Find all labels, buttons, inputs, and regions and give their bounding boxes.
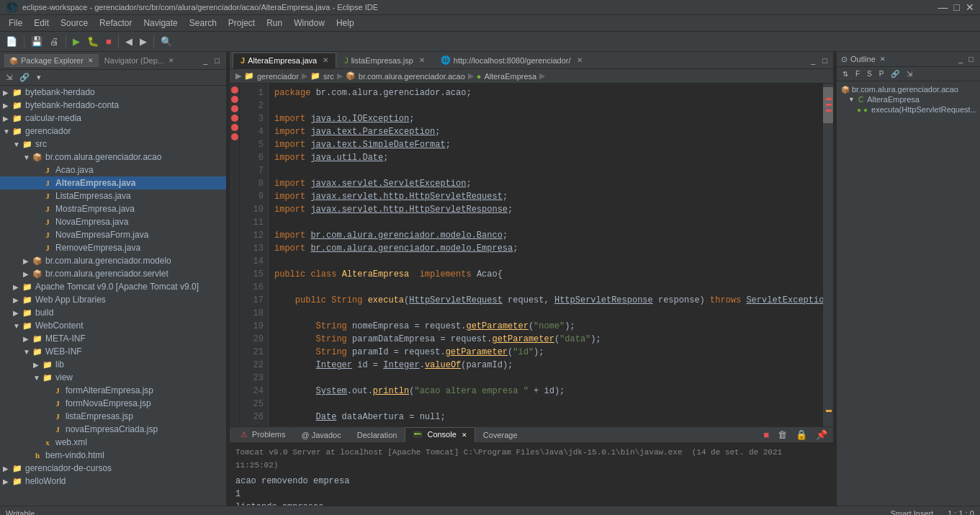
tree-item-8[interactable]: JListaEmpresas.java bbox=[0, 189, 226, 202]
tree-item-29[interactable]: ▶📁gerenciador-de-cursos bbox=[0, 462, 226, 475]
breadcrumb-package[interactable]: br.com.alura.gerenciador.acao bbox=[359, 72, 465, 81]
tree-item-4[interactable]: ▼📁src bbox=[0, 138, 226, 151]
tree-item-22[interactable]: ▼📁view bbox=[0, 371, 226, 384]
tree-item-1[interactable]: ▶📁bytebank-herdado-conta bbox=[0, 99, 226, 112]
tree-item-23[interactable]: JformAlteraEmpresa.jsp bbox=[0, 384, 226, 397]
tree-item-6[interactable]: JAcao.java bbox=[0, 164, 226, 176]
outline-item-method[interactable]: ● ● executa(HttpServletRequest... bbox=[840, 104, 977, 115]
menu-source[interactable]: Source bbox=[55, 17, 94, 30]
tab-navigator[interactable]: Navigator (Dep... ✕ bbox=[100, 55, 179, 66]
outline-sync-button[interactable]: 🔗 bbox=[888, 68, 902, 79]
code-editor[interactable]: package br.com.alura.gerenciador.acao; i… bbox=[269, 84, 823, 426]
tree-item-11[interactable]: JNovaEmpresaForm.java bbox=[0, 228, 226, 241]
tree-item-5[interactable]: ▼📦br.com.alura.gerenciador.acao bbox=[0, 151, 226, 164]
outline-collapse-button[interactable]: ⇲ bbox=[904, 68, 915, 79]
breadcrumb-class[interactable]: AlteraEmpresa bbox=[484, 72, 536, 81]
tree-item-21[interactable]: ▶📁lib bbox=[0, 358, 226, 371]
tree-item-0[interactable]: ▶📁bytebank-herdado bbox=[0, 86, 226, 99]
menu-refactor[interactable]: Refactor bbox=[94, 17, 138, 30]
editor-minimize-button[interactable]: _ bbox=[808, 55, 818, 66]
tree-item-9[interactable]: JMostraEmpresa.java bbox=[0, 202, 226, 215]
run-button[interactable]: ▶ bbox=[70, 35, 83, 48]
tree-item-3[interactable]: ▼📁gerenciador bbox=[0, 125, 226, 138]
editor-tab-altera-empresa[interactable]: J AlteraEmpresa.java ✕ bbox=[233, 53, 336, 68]
outline-item-package[interactable]: 📦 br.com.alura.gerenciador.acao bbox=[840, 84, 977, 94]
breadcrumb-gerenciador[interactable]: gerenciador bbox=[257, 72, 299, 81]
tab-close-3[interactable]: ✕ bbox=[577, 56, 583, 64]
console-clear-button[interactable]: 🗑 bbox=[775, 428, 790, 442]
maximize-outline-button[interactable]: □ bbox=[966, 54, 976, 64]
menu-edit[interactable]: Edit bbox=[28, 17, 55, 30]
link-with-editor-button[interactable]: 🔗 bbox=[17, 71, 32, 84]
console-close[interactable]: ✕ bbox=[462, 431, 467, 439]
tree-item-17[interactable]: ▶📁build bbox=[0, 306, 226, 319]
menu-search[interactable]: Search bbox=[184, 17, 222, 30]
editor-scrollbar-track[interactable] bbox=[823, 84, 833, 426]
minimize-outline-button[interactable]: _ bbox=[956, 54, 965, 64]
outline-hide-fields-button[interactable]: F bbox=[853, 68, 863, 79]
tab-close-1[interactable]: ✕ bbox=[323, 56, 328, 64]
print-button[interactable]: 🖨 bbox=[47, 35, 62, 48]
tree-item-28[interactable]: hbem-vindo.html bbox=[0, 449, 226, 462]
package-tree[interactable]: ▶📁bytebank-herdado▶📁bytebank-herdado-con… bbox=[0, 86, 226, 506]
tree-item-12[interactable]: JRemoveEmpresa.java bbox=[0, 241, 226, 254]
maximize-left-panel-button[interactable]: □ bbox=[212, 55, 222, 66]
tree-item-13[interactable]: ▶📦br.com.alura.gerenciador.modelo bbox=[0, 254, 226, 267]
tree-item-25[interactable]: JlistaEmpresas.jsp bbox=[0, 410, 226, 423]
tree-item-27[interactable]: xweb.xml bbox=[0, 436, 226, 449]
tree-item-14[interactable]: ▶📦br.com.alura.gerenciador.servlet bbox=[0, 267, 226, 280]
back-button[interactable]: ◀ bbox=[122, 35, 135, 48]
outline-sort-button[interactable]: ⇅ bbox=[840, 68, 851, 79]
minimize-left-panel-button[interactable]: _ bbox=[201, 55, 210, 66]
outline-item-class[interactable]: ▼ C AlteraEmpresa bbox=[840, 94, 977, 104]
minimize-button[interactable]: — bbox=[938, 1, 948, 13]
console-stop-button[interactable]: ■ bbox=[760, 428, 772, 442]
menu-help[interactable]: Help bbox=[331, 17, 360, 30]
tree-item-15[interactable]: ▶📁Apache Tomcat v9.0 [Apache Tomcat v9.0… bbox=[0, 280, 226, 293]
outline-hide-static-button[interactable]: S bbox=[864, 68, 875, 79]
tree-item-7[interactable]: JAlteraEmpresa.java bbox=[0, 176, 226, 189]
menu-navigate[interactable]: Navigate bbox=[138, 17, 183, 30]
outline-hide-nonpublic-button[interactable]: P bbox=[876, 68, 887, 79]
maximize-button[interactable]: □ bbox=[954, 1, 960, 13]
menu-run[interactable]: Run bbox=[261, 17, 288, 30]
tab-declaration[interactable]: Declaration bbox=[349, 428, 405, 442]
breadcrumb-src[interactable]: src bbox=[323, 72, 334, 81]
editor-tab-browser[interactable]: 🌐 http://localhost:8080/gerenciador/ ✕ bbox=[433, 52, 590, 68]
collapse-all-button[interactable]: ⇲ bbox=[3, 71, 15, 84]
stop-button[interactable]: ■ bbox=[103, 35, 114, 48]
tree-item-30[interactable]: ▶📁helloWorld bbox=[0, 475, 226, 488]
navigator-close[interactable]: ✕ bbox=[168, 57, 174, 64]
tree-menu-button[interactable]: ▾ bbox=[34, 71, 44, 84]
tree-item-20[interactable]: ▼📁WEB-INF bbox=[0, 345, 226, 358]
tree-item-18[interactable]: ▼📁WebContent bbox=[0, 319, 226, 332]
tab-close-2[interactable]: ✕ bbox=[419, 56, 425, 64]
menu-project[interactable]: Project bbox=[222, 17, 261, 30]
tab-problems[interactable]: ⚠ Problems bbox=[233, 427, 294, 442]
tab-console[interactable]: 📟 Console ✕ bbox=[405, 427, 475, 442]
new-button[interactable]: 📄 bbox=[3, 35, 20, 48]
close-button[interactable]: ✕ bbox=[966, 1, 974, 13]
outline-close[interactable]: ✕ bbox=[880, 55, 886, 63]
search-button[interactable]: 🔍 bbox=[158, 35, 175, 48]
tree-item-19[interactable]: ▶📁META-INF bbox=[0, 332, 226, 345]
console-scroll-lock-button[interactable]: 🔒 bbox=[793, 428, 810, 442]
tab-coverage[interactable]: Coverage bbox=[475, 428, 526, 442]
debug-button[interactable]: 🐛 bbox=[84, 35, 102, 48]
forward-button[interactable]: ▶ bbox=[137, 35, 150, 48]
tree-item-24[interactable]: JformNovaEmpresa.jsp bbox=[0, 397, 226, 410]
save-button[interactable]: 💾 bbox=[28, 35, 45, 48]
editor-maximize-button[interactable]: □ bbox=[819, 55, 830, 66]
package-explorer-close[interactable]: ✕ bbox=[88, 57, 94, 64]
tab-javadoc[interactable]: @ Javadoc bbox=[294, 428, 349, 442]
tree-item-10[interactable]: JNovaEmpresa.java bbox=[0, 215, 226, 228]
menu-window[interactable]: Window bbox=[288, 17, 331, 30]
editor-scrollbar[interactable] bbox=[823, 84, 833, 426]
tab-package-explorer[interactable]: 📦 Package Explorer ✕ bbox=[4, 54, 99, 67]
menu-file[interactable]: File bbox=[3, 17, 28, 30]
tree-item-2[interactable]: ▶📁calcular-media bbox=[0, 112, 226, 125]
editor-tab-lista-empresas[interactable]: J listaEmpresas.jsp ✕ bbox=[336, 53, 433, 68]
tree-item-16[interactable]: ▶📁Web App Libraries bbox=[0, 293, 226, 306]
tree-item-26[interactable]: JnovaEmpresaCriada.jsp bbox=[0, 423, 226, 436]
console-pin-button[interactable]: 📌 bbox=[813, 428, 830, 442]
